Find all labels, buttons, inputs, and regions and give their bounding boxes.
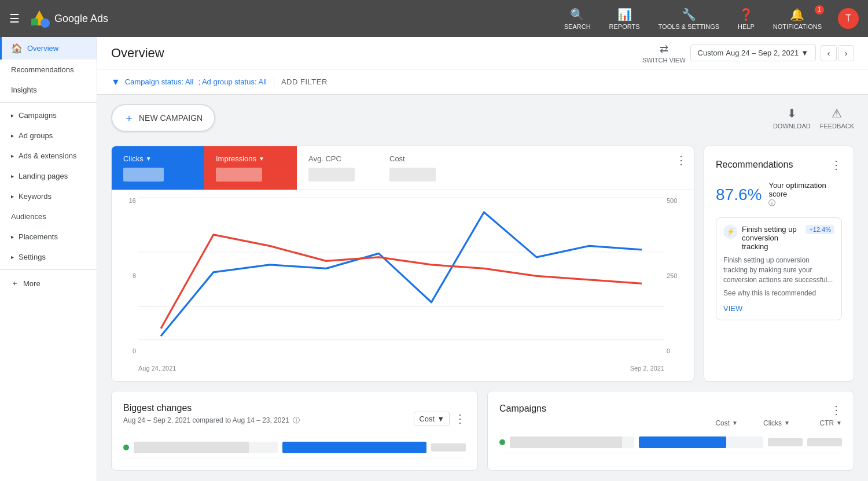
biggest-changes-title-area: Biggest changes Aug 24 – Sep 2, 2021 com… xyxy=(123,403,300,435)
chart-container: 16 8 0 500 250 0 xyxy=(121,197,685,372)
notifications-nav-btn[interactable]: 🔔 1 NOTIFICATIONS xyxy=(766,4,829,34)
notification-badge: 1 xyxy=(815,5,824,14)
sidebar: 🏠 Overview Recommendations Insights ▸ Ca… xyxy=(0,37,97,481)
tools-nav-btn[interactable]: 🔧 TOOLS & SETTINGS xyxy=(652,4,727,34)
biggest-changes-title: Biggest changes xyxy=(123,403,300,413)
overview-header: Overview ⇄ SWITCH VIEW Custom Aug 24 – S… xyxy=(97,37,868,69)
placements-expand-icon: ▸ xyxy=(11,234,14,240)
x-labels: Aug 24, 2021 Sep 2, 2021 xyxy=(121,362,685,372)
ctr-dropdown-icon: ▼ xyxy=(836,420,842,426)
help-nav-btn[interactable]: ❓ HELP xyxy=(731,4,762,34)
chart-more-btn[interactable]: ⋮ xyxy=(668,146,694,190)
biggest-changes-row xyxy=(123,437,466,458)
sidebar-item-overview[interactable]: 🏠 Overview xyxy=(0,37,97,60)
sidebar-divider-2 xyxy=(0,269,97,270)
home-icon: 🏠 xyxy=(11,43,23,54)
campaign-name-bar xyxy=(510,436,634,448)
hamburger-icon[interactable]: ☰ xyxy=(9,12,20,25)
biggest-changes-filter[interactable]: Cost ▼ xyxy=(414,412,450,426)
search-nav-btn[interactable]: 🔍 SEARCH xyxy=(557,4,598,34)
sidebar-item-insights[interactable]: Insights xyxy=(0,80,97,100)
ad-group-status-filter[interactable]: ; Ad group status: All xyxy=(198,77,267,86)
campaigns-more-btn[interactable]: ⋮ xyxy=(830,403,842,417)
adgroups-expand-icon: ▸ xyxy=(11,132,14,139)
google-ads-logo-icon xyxy=(29,8,50,29)
recommendations-card: Recommendations ⋮ 87.6% Your optimizatio… xyxy=(704,146,854,382)
sidebar-item-keywords[interactable]: ▸ Keywords xyxy=(0,186,97,206)
top-row: Clicks ▼ Impressions ▼ Avg. CPC xyxy=(111,146,854,382)
campaigns-card: Campaigns ⋮ Cost ▼ Clicks ▼ CTR xyxy=(487,391,854,471)
bc-bar-left xyxy=(134,442,278,453)
download-icon: ⬇ xyxy=(787,106,797,120)
biggest-changes-controls: Cost ▼ ⋮ xyxy=(414,412,466,426)
reports-nav-btn[interactable]: 📊 REPORTS xyxy=(602,4,647,34)
campaign-cost-fill xyxy=(639,436,726,448)
date-range-selector[interactable]: Custom Aug 24 – Sep 2, 2021 ▼ xyxy=(690,45,816,61)
sidebar-item-more[interactable]: ＋ More xyxy=(0,272,97,294)
date-prev-btn[interactable]: ‹ xyxy=(821,45,837,61)
feedback-btn[interactable]: ⚠ FEEDBACK xyxy=(820,106,854,130)
rec-view-btn[interactable]: VIEW xyxy=(723,304,834,313)
clicks-metric[interactable]: Clicks ▼ xyxy=(112,146,204,190)
switch-view-icon: ⇄ xyxy=(660,43,668,56)
avg-cpc-value xyxy=(308,168,355,182)
campaign-cost-bar xyxy=(639,436,763,448)
settings-expand-icon: ▸ xyxy=(11,254,14,260)
notifications-icon: 🔔 xyxy=(790,8,804,21)
impressions-value-bar xyxy=(216,168,262,182)
campaign-status-filter[interactable]: Campaign status: All xyxy=(125,77,194,86)
switch-view-btn[interactable]: ⇄ SWITCH VIEW xyxy=(642,43,686,64)
rec-more-btn[interactable]: ⋮ xyxy=(830,158,842,172)
sidebar-item-landing-pages[interactable]: ▸ Landing pages xyxy=(0,166,97,186)
sidebar-item-ad-groups[interactable]: ▸ Ad groups xyxy=(0,125,97,146)
sidebar-item-campaigns[interactable]: ▸ Campaigns xyxy=(0,105,97,125)
sidebar-item-recommendations[interactable]: Recommendations xyxy=(0,60,97,80)
sidebar-item-audiences[interactable]: Audiences xyxy=(0,206,97,227)
campaigns-row xyxy=(499,432,842,453)
bc-bar-container xyxy=(134,442,426,453)
content-area: ＋ NEW CAMPAIGN ⬇ DOWNLOAD ⚠ FEEDBACK xyxy=(97,95,868,480)
new-campaign-button[interactable]: ＋ NEW CAMPAIGN xyxy=(111,104,215,132)
campaigns-col-ctr[interactable]: CTR ▼ xyxy=(790,419,842,427)
sidebar-item-placements[interactable]: ▸ Placements xyxy=(0,227,97,247)
date-next-btn[interactable]: › xyxy=(838,45,854,61)
bc-bar-right xyxy=(282,442,426,453)
add-filter-btn[interactable]: ADD FILTER xyxy=(281,77,328,86)
campaigns-col-headers: Cost ▼ Clicks ▼ CTR ▼ xyxy=(499,419,842,427)
rec-title-row: Recommendations ⋮ xyxy=(716,158,842,172)
rec-item-link[interactable]: See why this is recommended xyxy=(723,289,834,297)
rec-item-header: ⚡ Finish setting up conversion tracking … xyxy=(723,225,834,251)
campaign-name-fill xyxy=(510,436,622,448)
biggest-changes-more-btn[interactable]: ⋮ xyxy=(454,412,466,426)
campaigns-col-cost[interactable]: Cost ▼ xyxy=(686,419,738,427)
tools-icon: 🔧 xyxy=(682,8,696,21)
feedback-icon: ⚠ xyxy=(832,106,842,120)
chart-svg xyxy=(121,197,685,362)
impressions-metric[interactable]: Impressions ▼ xyxy=(204,146,297,190)
sidebar-divider xyxy=(0,102,97,103)
campaigns-header: Campaigns ⋮ xyxy=(499,403,842,417)
user-avatar[interactable]: T xyxy=(838,8,859,29)
main-content: Overview ⇄ SWITCH VIEW Custom Aug 24 – S… xyxy=(97,37,868,481)
cost-metric[interactable]: Cost xyxy=(378,146,668,190)
date-nav: ‹ › xyxy=(821,45,854,61)
performance-chart-card: Clicks ▼ Impressions ▼ Avg. CPC xyxy=(111,146,694,382)
clicks-value-bar xyxy=(123,168,164,182)
campaigns-col-clicks[interactable]: Clicks ▼ xyxy=(738,419,790,427)
rec-item-icon: ⚡ xyxy=(723,225,737,239)
campaigns-controls: ⋮ xyxy=(830,403,842,417)
y-labels-left: 16 8 0 xyxy=(121,197,138,354)
bottom-row: Biggest changes Aug 24 – Sep 2, 2021 com… xyxy=(111,391,854,471)
sidebar-item-ads-extensions[interactable]: ▸ Ads & extensions xyxy=(0,146,97,166)
campaign-ctr-val xyxy=(807,438,842,446)
sidebar-item-settings[interactable]: ▸ Settings xyxy=(0,247,97,267)
help-icon: ❓ xyxy=(739,8,753,21)
avg-cpc-metric[interactable]: Avg. CPC xyxy=(297,146,378,190)
bc-bar-right-fill xyxy=(282,442,426,453)
top-nav: ☰ Google Ads 🔍 SEARCH 📊 REPORTS 🔧 TOOLS … xyxy=(0,0,868,37)
biggest-changes-header: Biggest changes Aug 24 – Sep 2, 2021 com… xyxy=(123,403,466,435)
download-btn[interactable]: ⬇ DOWNLOAD xyxy=(773,106,811,130)
date-dropdown-icon: ▼ xyxy=(801,49,808,57)
help-icon: ⓘ xyxy=(768,199,775,207)
top-nav-right: 🔍 SEARCH 📊 REPORTS 🔧 TOOLS & SETTINGS ❓ … xyxy=(557,4,859,34)
